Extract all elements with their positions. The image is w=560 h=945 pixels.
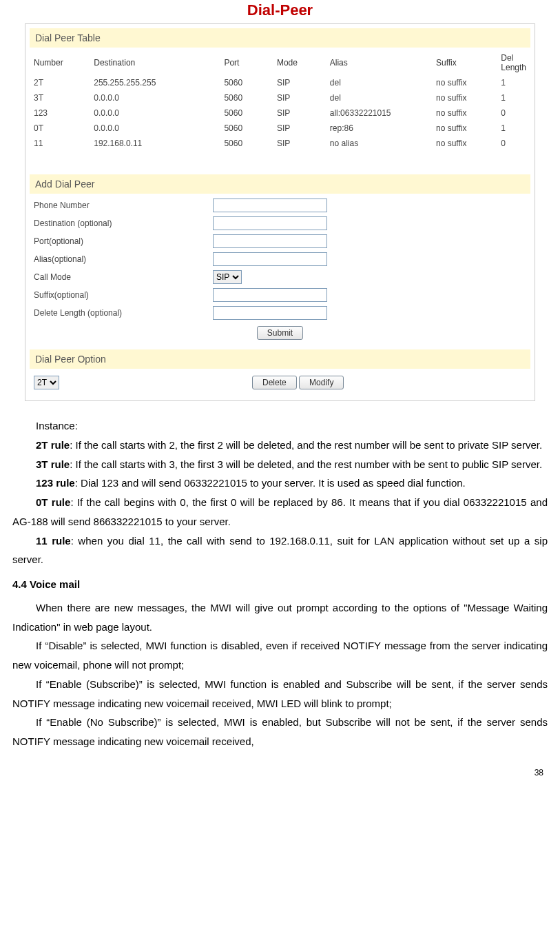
vm-para-1: When there are new messages, the MWI wil… — [12, 598, 548, 637]
table-cell: 3T — [30, 90, 90, 105]
table-row: 0T0.0.0.05060SIPrep:86no suffix1 — [30, 121, 530, 136]
label-callmode: Call Mode — [34, 272, 213, 282]
table-cell: 1 — [497, 90, 530, 105]
dial-peer-table-header: Dial Peer Table — [30, 28, 530, 48]
col-suffix: Suffix — [432, 50, 497, 75]
table-cell: SIP — [273, 90, 326, 105]
table-row: 1230.0.0.05060SIPall:06332221015no suffi… — [30, 105, 530, 121]
table-cell: no suffix — [432, 121, 497, 136]
table-cell: 123 — [30, 105, 90, 121]
table-row: 11192.168.0.115060SIPno aliasno suffix0 — [30, 136, 530, 151]
table-cell: 5060 — [220, 75, 272, 90]
col-dellength: Del Length — [497, 50, 530, 75]
modify-button[interactable]: Modify — [299, 376, 344, 389]
label-dellen: Delete Length (optional) — [34, 308, 213, 318]
row-dest: Destination (optional) — [30, 214, 530, 232]
row-port: Port(optional) — [30, 232, 530, 250]
label-dest: Destination (optional) — [34, 219, 213, 228]
rule-2t: 2T rule: If the call starts with 2, the … — [12, 436, 548, 455]
body-text: Instance: 2T rule: If the call starts wi… — [12, 416, 548, 751]
rule-0t: 0T rule: If the call begins with 0, the … — [12, 493, 548, 531]
input-dest[interactable] — [213, 216, 327, 230]
table-cell: 5060 — [220, 136, 272, 151]
submit-button[interactable]: Submit — [257, 326, 303, 340]
section-4-4: 4.4 Voice mail — [12, 575, 548, 594]
delete-button[interactable]: Delete — [252, 376, 297, 389]
col-port: Port — [220, 50, 272, 75]
table-cell: del — [326, 75, 432, 90]
label-phone: Phone Number — [34, 201, 213, 210]
input-suffix[interactable] — [213, 288, 327, 302]
input-port[interactable] — [213, 234, 327, 248]
dial-peer-table: Number Destination Port Mode Alias Suffi… — [30, 50, 530, 151]
input-dellen[interactable] — [213, 306, 327, 320]
table-cell: all:06332221015 — [326, 105, 432, 121]
table-cell: 1 — [497, 121, 530, 136]
table-cell: 0.0.0.0 — [90, 105, 220, 121]
table-cell: 192.168.0.11 — [90, 136, 220, 151]
table-cell: del — [326, 90, 432, 105]
add-dial-peer-header: Add Dial Peer — [30, 174, 530, 194]
dial-peer-panel: Dial Peer Table Number Destination Port … — [25, 23, 535, 401]
table-cell: SIP — [273, 136, 326, 151]
vm-para-2: If “Disable” is selected, MWI function i… — [12, 636, 548, 675]
page-title: Dial-Peer — [12, 1, 548, 19]
table-cell: rep:86 — [326, 121, 432, 136]
col-destination: Destination — [90, 50, 220, 75]
table-cell: 255.255.255.255 — [90, 75, 220, 90]
dial-peer-option-header: Dial Peer Option — [30, 349, 530, 369]
label-port: Port(optional) — [34, 236, 213, 246]
select-dialpeer-option[interactable]: 2T — [34, 376, 59, 389]
table-cell: 1 — [497, 75, 530, 90]
table-cell: no suffix — [432, 90, 497, 105]
input-phone[interactable] — [213, 199, 327, 212]
rule-123: 123 rule: Dial 123 and will send 0633222… — [12, 474, 548, 493]
table-cell: 0.0.0.0 — [90, 90, 220, 105]
row-suffix: Suffix(optional) — [30, 286, 530, 304]
table-cell: 5060 — [220, 90, 272, 105]
table-row: 3T0.0.0.05060SIPdelno suffix1 — [30, 90, 530, 105]
page-number: 38 — [12, 768, 548, 778]
table-cell: 0.0.0.0 — [90, 121, 220, 136]
table-cell: 11 — [30, 136, 90, 151]
table-cell: 5060 — [220, 105, 272, 121]
input-alias[interactable] — [213, 252, 327, 266]
table-header-row: Number Destination Port Mode Alias Suffi… — [30, 50, 530, 75]
table-cell: 5060 — [220, 121, 272, 136]
table-cell: SIP — [273, 75, 326, 90]
table-cell: SIP — [273, 121, 326, 136]
select-callmode[interactable]: SIP — [213, 270, 242, 284]
row-dellen: Delete Length (optional) — [30, 304, 530, 322]
vm-para-4: If “Enable (No Subscribe)” is selected, … — [12, 713, 548, 751]
table-cell: 0 — [497, 105, 530, 121]
table-cell: no suffix — [432, 136, 497, 151]
table-cell: 0T — [30, 121, 90, 136]
table-cell: 0 — [497, 136, 530, 151]
rule-11: 11 rule: when you dial 11, the call with… — [12, 531, 548, 570]
row-alias: Alias(optional) — [30, 250, 530, 268]
vm-para-3: If “Enable (Subscribe)” is selected, MWI… — [12, 675, 548, 713]
label-alias: Alias(optional) — [34, 254, 213, 264]
col-number: Number — [30, 50, 90, 75]
table-row: 2T255.255.255.2555060SIPdelno suffix1 — [30, 75, 530, 90]
rule-3t: 3T rule: If the call starts with 3, the … — [12, 455, 548, 474]
table-cell: no suffix — [432, 105, 497, 121]
table-cell: no suffix — [432, 75, 497, 90]
instance-label: Instance: — [12, 416, 548, 436]
row-callmode: Call Mode SIP — [30, 268, 530, 286]
table-cell: SIP — [273, 105, 326, 121]
table-cell: no alias — [326, 136, 432, 151]
table-cell: 2T — [30, 75, 90, 90]
label-suffix: Suffix(optional) — [34, 290, 213, 300]
col-alias: Alias — [326, 50, 432, 75]
col-mode: Mode — [273, 50, 326, 75]
row-phone: Phone Number — [30, 196, 530, 214]
